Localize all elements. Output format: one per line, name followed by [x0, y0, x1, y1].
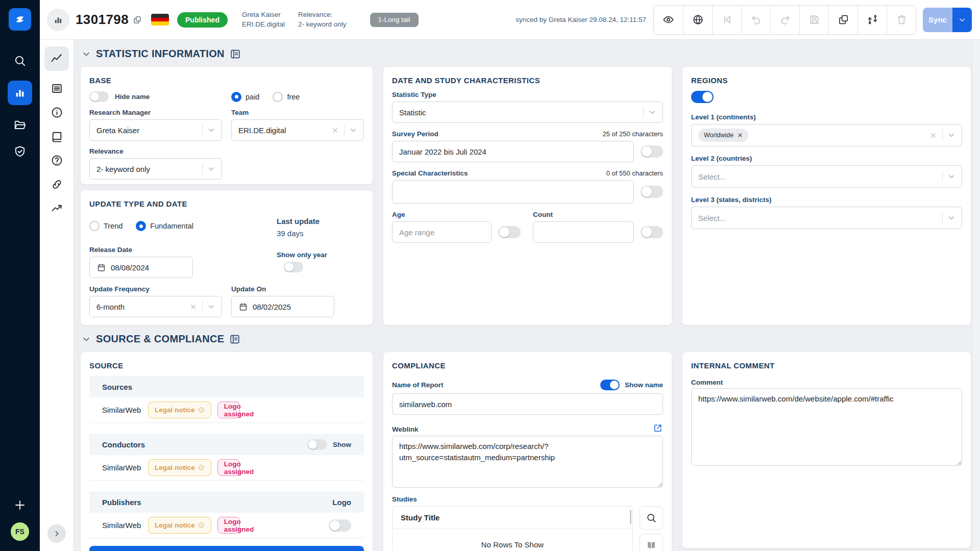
compare-button[interactable] — [857, 6, 887, 34]
studies-book-button[interactable] — [640, 534, 663, 551]
copy-id-button[interactable] — [133, 15, 142, 24]
special-characteristics-toggle[interactable] — [641, 186, 663, 198]
add-new-icon[interactable] — [14, 499, 26, 511]
preview-eye-button[interactable] — [654, 6, 683, 34]
add-source-button[interactable] — [89, 546, 364, 551]
clear-icon[interactable] — [331, 127, 339, 134]
fundamental-radio[interactable] — [136, 221, 146, 231]
legal-notice-badge[interactable]: Legal notice — [148, 459, 211, 476]
level2-select[interactable]: Select... — [691, 165, 962, 188]
tab-line-chart-active[interactable] — [44, 46, 69, 71]
info-icon[interactable] — [51, 106, 63, 119]
source-name: SimilarWeb — [102, 406, 148, 414]
redo-button[interactable] — [770, 6, 799, 34]
special-characteristics-input[interactable] — [392, 180, 634, 204]
weblink-textarea[interactable]: https://www.similarweb.com/corp/research… — [392, 436, 663, 488]
comment-textarea[interactable]: https://www.similarweb.com/de/website/ap… — [691, 388, 962, 466]
logo-assigned-badge[interactable]: Logo assigned — [217, 517, 240, 534]
collapse-chevron-icon[interactable] — [82, 49, 91, 59]
logo-assigned-badge[interactable]: Logo assigned — [217, 459, 240, 476]
external-link-icon[interactable] — [653, 423, 663, 433]
section-source-compliance: SOURCE & COMPLIANCE — [82, 333, 972, 345]
name-of-report-input[interactable] — [392, 393, 663, 415]
update-on-input[interactable]: 08/02/2025 — [231, 296, 334, 317]
form-layout-icon[interactable] — [230, 48, 241, 60]
update-frequency-select[interactable]: 6-month — [89, 296, 222, 317]
chevron-down-icon — [207, 303, 215, 311]
studies-search-button[interactable] — [640, 506, 663, 530]
user-avatar[interactable]: FS — [11, 522, 29, 541]
book-icon[interactable] — [51, 130, 63, 143]
shield-check-icon[interactable] — [13, 145, 27, 158]
synced-status: synced by Greta Kaiser 29.08.24, 12:11:5… — [516, 16, 646, 23]
show-name-toggle[interactable] — [600, 380, 620, 390]
chevron-down-icon — [947, 131, 955, 139]
team-select[interactable]: ERI.DE.digital — [231, 119, 364, 141]
relevance-block: Relevance: 2- keyword only — [298, 10, 347, 30]
hide-name-toggle[interactable] — [89, 91, 109, 102]
age-input[interactable] — [392, 221, 492, 243]
age-label: Age — [392, 211, 521, 218]
conductors-band: Conductors Show — [89, 434, 364, 455]
duplicate-button[interactable] — [828, 6, 857, 34]
relevance-select[interactable]: 2- keyword only — [89, 158, 222, 180]
studies-table: Study Title No Rows To Show — [392, 506, 633, 551]
trending-up-icon[interactable] — [51, 202, 63, 215]
delete-button[interactable] — [887, 6, 916, 34]
studies-column-header[interactable]: Study Title — [393, 507, 632, 529]
last-update-label: Last update — [277, 217, 364, 226]
save-button[interactable] — [799, 6, 828, 34]
show-name-label: Show name — [625, 381, 663, 389]
show-only-year-toggle[interactable] — [284, 262, 303, 272]
free-radio[interactable] — [273, 92, 283, 102]
free-label: free — [287, 93, 300, 101]
folder-icon[interactable] — [13, 118, 27, 132]
statistics-nav-active[interactable] — [8, 81, 32, 105]
publisher-logo-toggle[interactable] — [329, 519, 351, 532]
research-manager-select[interactable]: Greta Kaiser — [89, 119, 222, 141]
level1-select[interactable]: Worldwide — [691, 124, 962, 146]
trend-radio[interactable] — [89, 221, 100, 231]
survey-period-input[interactable] — [392, 141, 634, 162]
statistic-type-icon — [47, 9, 69, 31]
calendar-icon — [96, 263, 106, 272]
link-icon[interactable] — [51, 178, 63, 191]
sync-button[interactable]: Sync — [923, 8, 952, 32]
legal-notice-badge[interactable]: Legal notice — [148, 517, 211, 534]
logo-assigned-badge[interactable]: Logo assigned — [217, 402, 240, 418]
level2-label: Level 2 (countries) — [691, 155, 962, 162]
table-scrollbar[interactable] — [630, 510, 631, 524]
age-toggle[interactable] — [498, 226, 521, 238]
statista-logo-icon[interactable] — [9, 8, 31, 31]
publishers-band: Publishers Logo — [89, 491, 364, 513]
search-icon[interactable] — [13, 54, 27, 67]
conductors-show-toggle[interactable] — [307, 439, 327, 450]
regions-toggle[interactable] — [691, 91, 714, 103]
expand-panel-button[interactable] — [47, 524, 66, 543]
last-update-value: 39 days — [277, 229, 364, 238]
legal-notice-badge[interactable]: Legal notice — [148, 402, 211, 418]
collapse-chevron-icon[interactable] — [82, 335, 91, 344]
paid-radio[interactable] — [231, 92, 241, 102]
form-layout-icon[interactable] — [229, 334, 240, 345]
level3-select[interactable]: Select... — [691, 207, 962, 229]
trend-label: Trend — [104, 222, 122, 230]
fundamental-label: Fundamental — [150, 222, 193, 230]
clear-icon[interactable] — [929, 132, 937, 139]
skip-back-button[interactable] — [712, 6, 741, 34]
globe-button[interactable] — [683, 6, 712, 34]
source-card: SOURCE Sources SimilarWeb Legal notice L… — [80, 352, 373, 551]
count-toggle[interactable] — [641, 226, 663, 238]
count-input[interactable] — [533, 221, 634, 243]
sync-dropdown-button[interactable] — [952, 8, 972, 32]
clear-icon[interactable] — [189, 303, 197, 311]
release-date-input[interactable]: 08/08/2024 — [89, 257, 193, 278]
remove-chip-icon[interactable] — [738, 133, 743, 138]
page-scrollbar[interactable] — [972, 40, 980, 551]
help-icon[interactable] — [51, 154, 63, 167]
document-lines-icon[interactable] — [51, 82, 63, 95]
undo-button[interactable] — [741, 6, 770, 34]
survey-period-toggle[interactable] — [641, 145, 663, 158]
weblink-label: Weblink — [392, 425, 419, 433]
statistic-type-select[interactable]: Statistic — [392, 102, 663, 123]
